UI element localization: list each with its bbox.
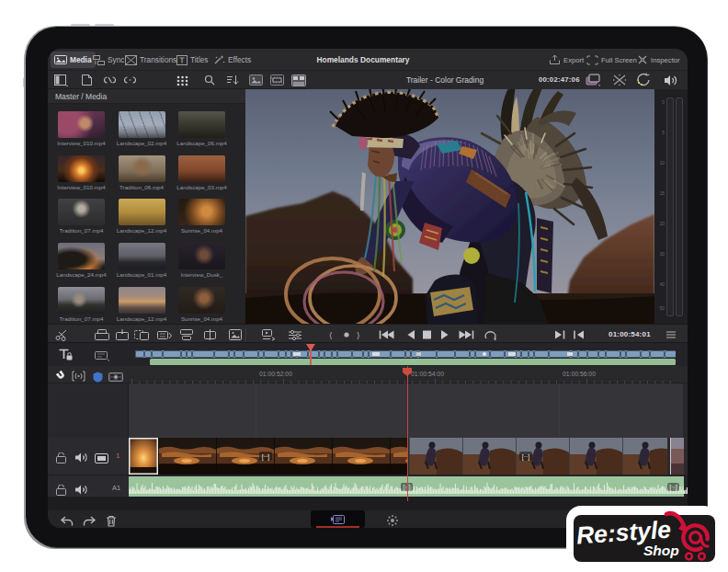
svg-text:[··]: [··] [522,453,530,461]
svg-text:[··]: [··] [262,453,270,461]
